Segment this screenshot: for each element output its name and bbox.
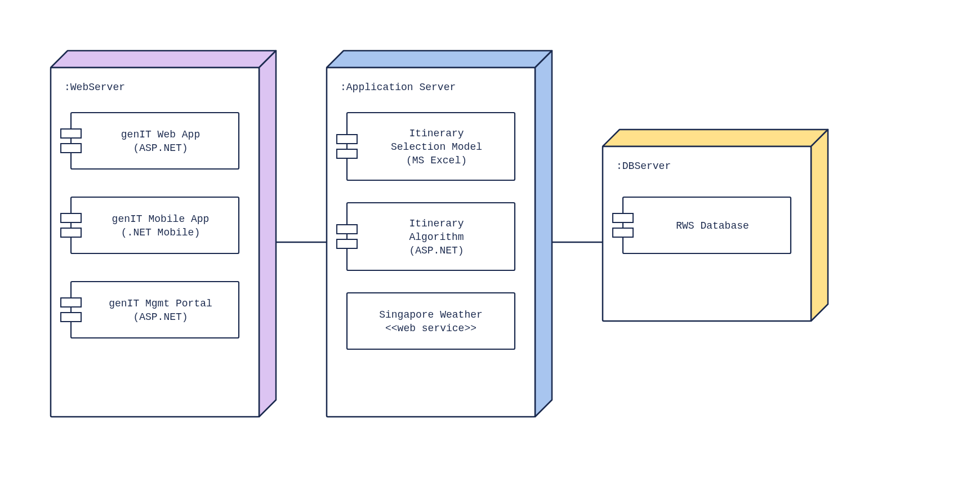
component-tech: (.NET Mobile) bbox=[121, 227, 200, 238]
component-box bbox=[347, 293, 515, 349]
component-icon bbox=[61, 144, 81, 153]
component-icon bbox=[337, 149, 357, 158]
component-name: genIT Mobile App bbox=[112, 213, 210, 225]
component-name: Singapore Weather bbox=[379, 309, 483, 320]
component-icon bbox=[337, 225, 357, 234]
node-title-webserver: :WebServer bbox=[64, 82, 125, 93]
svg-marker-7 bbox=[535, 51, 552, 417]
svg-marker-0 bbox=[51, 51, 276, 68]
component-name: Itinerary bbox=[409, 218, 464, 229]
svg-rect-5 bbox=[71, 282, 239, 338]
component-icon bbox=[613, 228, 633, 237]
component-tech: (ASP.NET) bbox=[133, 311, 188, 323]
component-name: Itinerary bbox=[409, 128, 464, 139]
svg-marker-13 bbox=[811, 130, 828, 321]
component-name2: Algorithm bbox=[409, 231, 464, 243]
node-title-appserver: :Application Server bbox=[340, 82, 456, 93]
node-title-dbserver: :DBServer bbox=[616, 161, 671, 172]
component-tech: (ASP.NET) bbox=[409, 245, 464, 256]
component-icon bbox=[337, 135, 357, 144]
svg-marker-1 bbox=[259, 51, 276, 417]
component-icon bbox=[61, 228, 81, 237]
component-icon bbox=[613, 213, 633, 222]
component-icon bbox=[337, 239, 357, 248]
component-name: genIT Web App bbox=[121, 129, 200, 140]
component-box bbox=[61, 197, 239, 253]
component-tech: <<web service>> bbox=[385, 323, 476, 334]
component-box bbox=[61, 113, 239, 169]
component-name: genIT Mgmt Portal bbox=[109, 298, 212, 309]
component-name: RWS Database bbox=[676, 220, 749, 231]
component-tech: (MS Excel) bbox=[406, 155, 467, 166]
component-name2: Selection Model bbox=[391, 141, 482, 153]
svg-marker-6 bbox=[327, 51, 552, 68]
svg-rect-4 bbox=[71, 197, 239, 253]
svg-marker-12 bbox=[603, 130, 828, 146]
svg-rect-11 bbox=[347, 293, 515, 349]
component-box bbox=[61, 282, 239, 338]
component-icon bbox=[61, 298, 81, 307]
component-icon bbox=[61, 213, 81, 222]
svg-rect-3 bbox=[71, 113, 239, 169]
component-icon bbox=[61, 129, 81, 138]
component-tech: (ASP.NET) bbox=[133, 142, 188, 154]
component-icon bbox=[61, 313, 81, 322]
